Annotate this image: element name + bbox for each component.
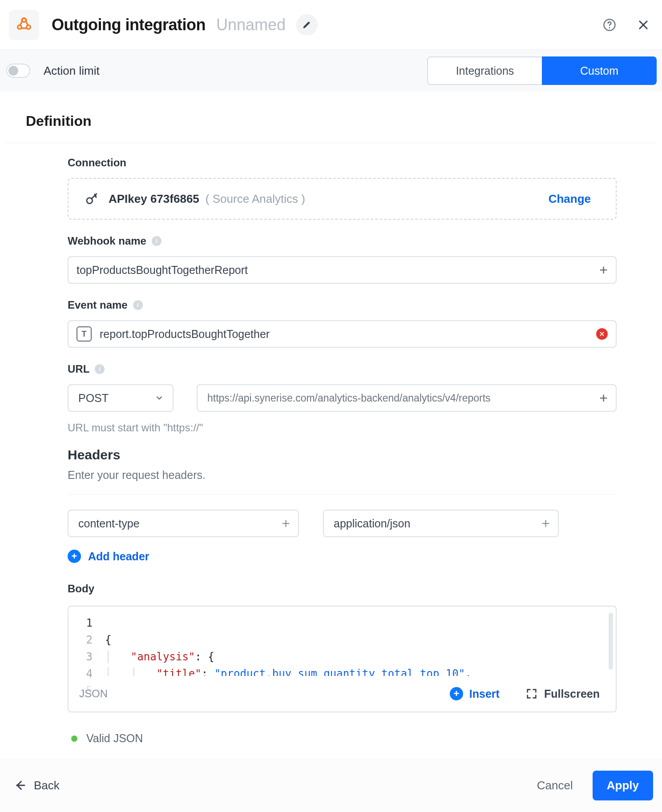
headers-title: Headers <box>68 447 617 462</box>
modal-title: Outgoing integration <box>52 16 206 34</box>
header-value-input[interactable]: application/json + <box>323 510 559 537</box>
line-number: 5 <box>69 682 93 699</box>
definition-title: Definition <box>5 100 657 143</box>
apply-button[interactable]: Apply <box>593 771 653 800</box>
action-limit-label: Action limit <box>44 64 100 78</box>
event-name-input[interactable]: T report.topProductsBoughtTogether <box>68 320 617 348</box>
body-label: Body <box>68 583 617 595</box>
info-icon[interactable]: i <box>95 364 105 374</box>
close-icon <box>599 331 605 337</box>
line-number: 3 <box>69 648 93 665</box>
plus-icon[interactable]: + <box>282 515 290 532</box>
mode-segmented: Integrations Custom <box>427 56 657 85</box>
code-content: { │ "analysis": { │ │ "title": "product.… <box>100 607 616 676</box>
back-button[interactable]: Back <box>13 779 60 792</box>
chevron-down-icon <box>155 394 164 402</box>
fullscreen-icon <box>525 687 538 700</box>
line-number: 1 <box>69 615 93 631</box>
key-icon <box>85 191 100 206</box>
text-param-chip: T <box>77 326 92 342</box>
line-number: 2 <box>69 631 93 648</box>
event-name-label-text: Event name <box>68 299 128 311</box>
url-value: https://api.synerise.com/analytics-backe… <box>207 392 491 404</box>
close-icon <box>637 19 650 31</box>
http-method-select[interactable]: POST <box>68 384 174 412</box>
add-header-button[interactable]: + Add header <box>68 550 617 563</box>
info-icon[interactable]: i <box>133 300 143 310</box>
plus-icon[interactable]: + <box>599 390 608 406</box>
code-gutter: 1 2 3 4 5 <box>69 607 100 676</box>
line-number: 4 <box>69 665 93 682</box>
tab-integrations[interactable]: Integrations <box>427 56 542 85</box>
add-header-label: Add header <box>88 550 149 563</box>
modal-subtitle: Unnamed <box>216 16 286 34</box>
fullscreen-button[interactable]: Fullscreen <box>525 687 600 700</box>
connection-label: Connection <box>68 157 617 169</box>
url-label-text: URL <box>68 363 89 375</box>
cancel-button[interactable]: Cancel <box>533 771 577 800</box>
plus-icon[interactable]: + <box>599 262 608 278</box>
code-scrollbar[interactable] <box>609 613 613 670</box>
insert-label: Insert <box>469 687 500 700</box>
plus-icon[interactable]: + <box>541 515 550 532</box>
url-label: URL i <box>68 363 617 375</box>
pencil-icon <box>303 20 311 29</box>
info-icon[interactable]: i <box>152 236 161 246</box>
code-token: "analysis" <box>131 651 195 663</box>
svg-point-4 <box>609 27 610 28</box>
modal-footer: Back Cancel Apply <box>0 759 662 812</box>
back-label: Back <box>34 779 60 792</box>
fullscreen-label: Fullscreen <box>544 687 600 700</box>
headers-subtitle: Enter your request headers. <box>68 469 617 482</box>
url-input[interactable]: https://api.synerise.com/analytics-backe… <box>197 384 617 412</box>
code-token: { <box>105 634 111 646</box>
headers-divider <box>68 494 617 494</box>
connection-source: ( Source Analytics ) <box>206 192 305 206</box>
help-icon <box>603 18 616 32</box>
definition-card: Definition Connection APIkey 673f6865 ( … <box>5 100 657 745</box>
help-button[interactable] <box>601 17 618 33</box>
plus-circle-icon: + <box>68 550 81 563</box>
webhook-name-label: Webhook name i <box>68 235 617 247</box>
event-name-label: Event name i <box>68 299 617 311</box>
event-name-value: report.topProductsBoughtTogether <box>100 328 270 341</box>
json-valid-status: Valid JSON <box>68 732 617 745</box>
webhook-icon <box>15 16 33 34</box>
code-token: "product.buy sum quantity total top 10" <box>214 667 465 676</box>
http-method-value: POST <box>78 392 109 405</box>
action-limit-toggle[interactable] <box>6 64 30 78</box>
header-value-value: application/json <box>334 517 410 530</box>
code-token: "title" <box>157 667 202 676</box>
header-name-input[interactable]: content-type + <box>68 510 299 537</box>
webhook-name-label-text: Webhook name <box>68 235 146 247</box>
subbar: Action limit Integrations Custom <box>0 50 662 92</box>
code-toolbar: JSON + Insert Fullscreen <box>69 676 616 712</box>
connection-change-button[interactable]: Change <box>549 192 591 206</box>
json-valid-text: Valid JSON <box>86 732 143 745</box>
tab-custom[interactable]: Custom <box>542 56 657 85</box>
plus-circle-icon: + <box>450 687 463 700</box>
webhook-name-value: topProductsBoughtTogetherReport <box>77 264 248 277</box>
insert-button[interactable]: + Insert <box>450 687 500 700</box>
edit-name-button[interactable] <box>296 14 318 36</box>
connection-box: APIkey 673f6865 ( Source Analytics ) Cha… <box>68 178 617 220</box>
body-code-editor[interactable]: 1 2 3 4 5 { │ "analysis": { │ │ "title":… <box>68 606 617 712</box>
webhook-name-input[interactable]: topProductsBoughtTogetherReport + <box>68 256 617 284</box>
close-button[interactable] <box>635 17 651 33</box>
connection-key: APIkey 673f6865 <box>109 192 199 206</box>
code-token: : { <box>195 651 214 663</box>
integration-icon-box <box>9 10 39 40</box>
toggle-knob <box>8 66 18 76</box>
modal-header: Outgoing integration Unnamed <box>0 0 662 50</box>
header-name-value: content-type <box>78 517 140 530</box>
arrow-left-icon <box>13 779 27 792</box>
svg-point-0 <box>22 18 26 22</box>
status-dot-icon <box>71 736 77 742</box>
url-hint: URL must start with "https://" <box>68 422 617 434</box>
clear-button[interactable] <box>596 328 608 340</box>
